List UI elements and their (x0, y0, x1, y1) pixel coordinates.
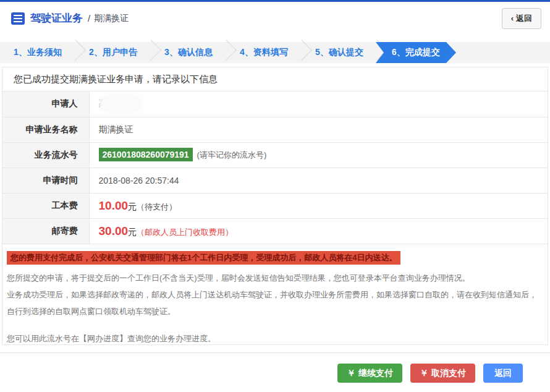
page-title: 驾驶证业务 (30, 11, 83, 25)
tab-step-5[interactable]: 5、确认提交 (302, 42, 377, 63)
success-message: 您已成功提交期满换证业务申请，请记录以下信息 (2, 67, 548, 92)
progress-query-note: 您可以用此流水号在【网办进度】查询您的业务办理进度。 (2, 320, 548, 344)
note-line: 业务成功受理后，如果选择邮政寄递的，邮政人员将上门送达机动车驾驶证，并收取办理业… (7, 286, 541, 303)
table-row: 申请人 高 (2, 92, 548, 117)
fee-unit: 元 (128, 202, 137, 211)
note-line: 自行到选择的自取网点窗口领取机动车驾驶证。 (7, 303, 541, 320)
cancel-payment-button[interactable]: ￥ 取消支付 (410, 364, 475, 383)
serial-number-badge: 261001808260079191 (99, 148, 193, 161)
return-button-label: 返回 (494, 368, 512, 379)
step-tabs: 1、业务须知 2、用户申告 3、确认信息 4、资料填写 5、确认提交 6、完成提… (0, 42, 550, 63)
note-line: 您所提交的申请，将于提交后的一个工作日(不含当天)受理，届时会发送短信告知受理结… (7, 270, 541, 286)
back-button[interactable]: ‹ 返回 (502, 8, 541, 29)
production-fee-cell: 10.00元（待支付） (89, 193, 548, 218)
row-label: 邮寄费 (2, 218, 89, 244)
postage-fee-amount: 30.00 (99, 224, 129, 237)
payment-warning-banner: 您的费用支付完成后，公安机关交通管理部门将在1个工作日内受理，受理成功后，邮政人… (7, 251, 400, 265)
business-name-value: 期满换证 (89, 117, 548, 142)
table-row: 申请业务名称 期满换证 (2, 117, 548, 142)
tab-step-6-active[interactable]: 6、完成提交 (377, 42, 452, 63)
application-info-table: 申请人 高 申请业务名称 期满换证 业务流水号 2610018082600791… (2, 92, 548, 244)
row-label: 工本费 (2, 193, 89, 218)
action-button-row: ￥ 继续支付 ￥ 取消支付 返回 (0, 353, 550, 383)
notes-block: 您所提交的申请，将于提交后的一个工作日(不含当天)受理，届时会发送短信告知受理结… (2, 265, 548, 320)
result-panel: 您已成功提交期满换证业务申请，请记录以下信息 申请人 高 申请业务名称 期满换证… (2, 67, 548, 345)
list-icon (11, 12, 25, 25)
tab-step-4[interactable]: 4、资料填写 (226, 42, 302, 63)
serial-number-cell: 261001808260079191 (请牢记你的流水号) (89, 142, 548, 168)
redacted-name-blur (101, 98, 140, 110)
return-button[interactable]: 返回 (483, 364, 523, 383)
row-label: 申请人 (2, 92, 89, 117)
table-row: 工本费 10.00元（待支付） (2, 193, 548, 218)
table-row: 业务流水号 261001808260079191 (请牢记你的流水号) (2, 142, 548, 168)
production-fee-note: （待支付） (137, 202, 177, 211)
active-tab-arrow: 6、完成提交 (376, 42, 456, 63)
applicant-value: 高 (89, 92, 548, 117)
breadcrumb: 期满换证 (94, 13, 129, 24)
continue-payment-button[interactable]: ￥ 继续支付 (337, 364, 402, 383)
postage-fee-note: （邮政人员上门收取费用） (137, 228, 233, 237)
apply-time-value: 2018-08-26 20:57:44 (89, 168, 548, 193)
fee-unit: 元 (128, 227, 137, 237)
row-label: 申请业务名称 (2, 117, 89, 142)
table-row: 邮寄费 30.00元（邮政人员上门收取费用） (2, 218, 548, 244)
tab-step-3[interactable]: 3、确认信息 (151, 42, 226, 63)
tab-step-1[interactable]: 1、业务须知 (0, 42, 75, 63)
serial-note: (请牢记你的流水号) (197, 150, 267, 160)
breadcrumb-separator: / (88, 13, 90, 23)
production-fee-amount: 10.00 (99, 199, 129, 212)
postage-fee-cell: 30.00元（邮政人员上门收取费用） (89, 218, 548, 244)
table-row: 申请时间 2018-08-26 20:57:44 (2, 168, 548, 193)
continue-payment-label: 继续支付 (358, 368, 393, 379)
yen-icon: ￥ (420, 368, 428, 379)
chevron-left-icon: ‹ (511, 14, 514, 23)
page-header: 驾驶证业务 / 期满换证 ‹ 返回 (0, 2, 550, 35)
cancel-payment-label: 取消支付 (431, 368, 466, 379)
row-label: 申请时间 (2, 168, 89, 193)
back-button-label: 返回 (516, 13, 532, 24)
row-label: 业务流水号 (2, 142, 89, 168)
yen-icon: ￥ (347, 368, 355, 379)
tab-step-2[interactable]: 2、用户申告 (75, 42, 151, 63)
